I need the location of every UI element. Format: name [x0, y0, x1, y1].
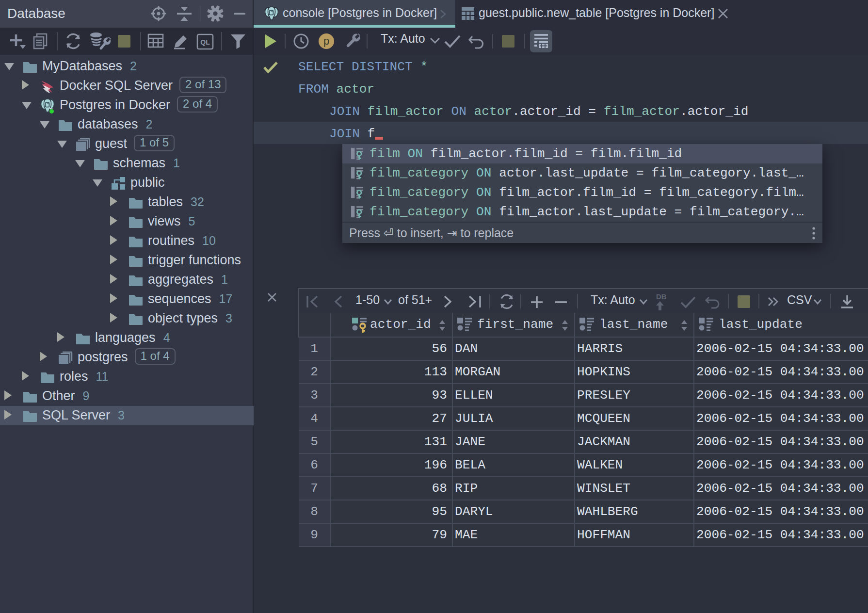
svg-text:p: p	[323, 36, 329, 48]
svg-text:DB: DB	[656, 292, 667, 301]
svg-text:QL: QL	[200, 38, 210, 46]
